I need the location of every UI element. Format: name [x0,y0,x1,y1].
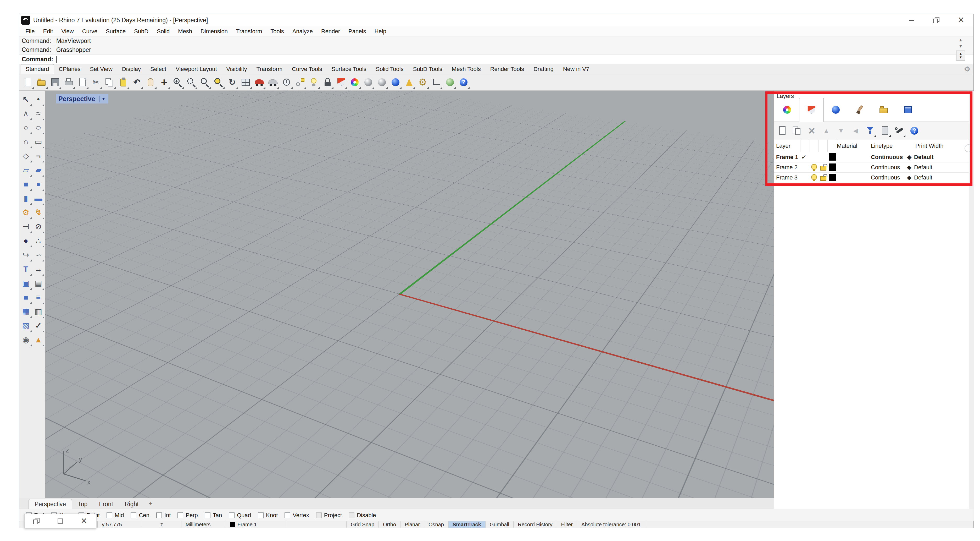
polyline-icon[interactable]: ∧ [20,106,32,121]
osnap-checkbox[interactable]: Vertex [285,512,309,519]
rectangle-icon[interactable]: ▭ [32,135,45,149]
dimension-icon[interactable] [430,75,443,89]
checkbox-icon[interactable] [156,512,162,518]
osnap-checkbox[interactable]: Cen [130,512,149,519]
toolbar-group-tab[interactable]: Select [146,64,171,74]
box-icon[interactable]: ■ [20,177,32,191]
scroll-down-icon[interactable]: ▾ [959,43,962,49]
layer-tools-icon[interactable] [893,124,906,138]
close-icon[interactable] [948,14,974,27]
layer-print-width[interactable]: ◆Default [907,174,932,181]
status-toggle[interactable]: Osnap [424,521,449,528]
duplicate-layer-icon[interactable] [791,124,803,138]
restore-icon[interactable] [924,14,948,27]
drape-sphere-icon[interactable]: ● [20,234,32,248]
slab-icon[interactable]: ▬ [32,191,45,205]
layer-color-swatch[interactable] [829,163,836,171]
save-icon[interactable] [48,75,62,89]
hatch-icon[interactable]: ▤ [32,276,45,290]
layer-name[interactable]: Frame 3 [776,174,797,181]
menu-item[interactable]: File [21,28,39,35]
status-toggle[interactable]: Gumball [485,521,514,528]
clock-icon[interactable] [280,75,293,89]
current-layer-check-icon[interactable]: ✓ [801,153,807,161]
menu-item[interactable]: SubD [130,28,153,35]
chevron-down-icon[interactable]: ▼ [102,97,105,101]
layer-lock-icon[interactable] [820,166,826,171]
boolean-gear-icon[interactable]: ⚙ [20,205,32,220]
globe-icon[interactable] [443,75,457,89]
status-toggle[interactable]: Planar [401,521,424,528]
toolbar-group-tab[interactable]: Set View [85,64,117,74]
status-units[interactable]: Millimeters [181,521,226,528]
layer-color-swatch[interactable] [829,174,836,181]
scroll-up-icon[interactable]: ▴ [959,37,962,43]
panel-tab-properties-icon[interactable] [775,98,799,121]
check-icon[interactable]: ✓ [32,319,45,333]
menu-item[interactable]: Curve [78,28,102,35]
panel-tab-rendering-icon[interactable] [824,98,848,121]
pyramid-icon[interactable]: ▲ [32,333,45,347]
mesh-sphere-icon[interactable]: ◉ [20,333,32,347]
status-toggle[interactable]: Record History [514,521,557,528]
toolbar-group-tab[interactable]: Render Tools [485,64,529,74]
open-file-icon[interactable] [35,75,48,89]
cut-icon[interactable] [89,75,103,89]
status-toggle[interactable]: Grid Snap [347,521,379,528]
column-header-material[interactable]: Material [837,142,857,149]
checkbox-icon[interactable] [348,512,355,518]
new-layer-icon[interactable] [776,124,789,138]
zoom-selected-icon[interactable] [198,75,212,89]
layer-color-swatch[interactable] [829,153,836,161]
osnap-checkbox[interactable]: Int [156,512,171,519]
checkbox-icon[interactable] [107,512,112,518]
panel-tab-libraries-icon[interactable] [872,98,896,121]
layer-print-width[interactable]: ◆Default [907,164,932,171]
toolbar-options-gear-icon[interactable] [964,65,970,73]
column-header-linetype[interactable]: Linetype [871,142,892,149]
help-icon[interactable] [457,75,470,89]
xray-sphere-icon[interactable] [375,75,389,89]
toolbar-group-tab[interactable]: Viewport Layout [171,64,221,74]
text-icon[interactable]: T [20,262,32,276]
panel-tab-materials-icon[interactable] [848,98,872,121]
layer-linetype[interactable]: Continuous [871,154,903,161]
toolbar-group-tab[interactable]: Visibility [222,64,252,74]
gray-car-icon[interactable] [266,75,280,89]
mini-restore-icon[interactable] [27,514,46,528]
checkbox-icon[interactable] [285,512,290,518]
shaded-sphere-icon[interactable] [361,75,375,89]
menu-item[interactable]: Transform [232,28,266,35]
layer-name[interactable]: Frame 2 [776,164,797,171]
point-cloud-icon[interactable]: ∴ [32,234,45,248]
checkbox-icon[interactable] [205,512,210,518]
menu-item[interactable]: Help [370,28,390,35]
menu-item[interactable]: View [57,28,78,35]
array-linear-icon[interactable]: ▥ [32,305,45,319]
osnap-checkbox[interactable]: Perp [177,512,197,519]
menu-item[interactable]: Dimension [196,28,232,35]
status-toggle[interactable]: Ortho [379,521,401,528]
mini-maximize-icon[interactable] [51,514,69,528]
checkbox-icon[interactable] [229,512,234,518]
contour-icon[interactable]: ≡ [32,290,45,305]
curve-icon[interactable]: ≈ [32,106,45,121]
layer-lock-icon[interactable] [820,176,826,181]
ellipse-icon[interactable]: ○ [32,121,45,135]
spinner-up-icon[interactable]: ▲ [959,52,963,56]
lamp-icon[interactable] [307,75,321,89]
new-file-icon[interactable] [21,75,35,89]
layer-print-width[interactable]: ◆Default [907,154,934,161]
loft-surface-icon[interactable]: ▰ [32,163,45,177]
move-layer-up-icon[interactable] [820,124,833,138]
arc-icon[interactable]: ∩ [20,135,32,149]
menu-item[interactable]: Panels [344,28,370,35]
viewport-tab[interactable]: Front [93,500,119,509]
toolbar-group-tab[interactable]: Transform [252,64,287,74]
toolbar-group-tab[interactable]: Surface Tools [327,64,371,74]
panel-options-icon[interactable] [964,144,972,152]
toolbar-group-tab[interactable]: SubD Tools [408,64,447,74]
perspective-viewport[interactable]: Perspective | ▼ z y x [45,91,774,498]
move-layer-down-icon[interactable] [835,124,847,138]
column-header-layer[interactable]: Layer [776,142,791,149]
